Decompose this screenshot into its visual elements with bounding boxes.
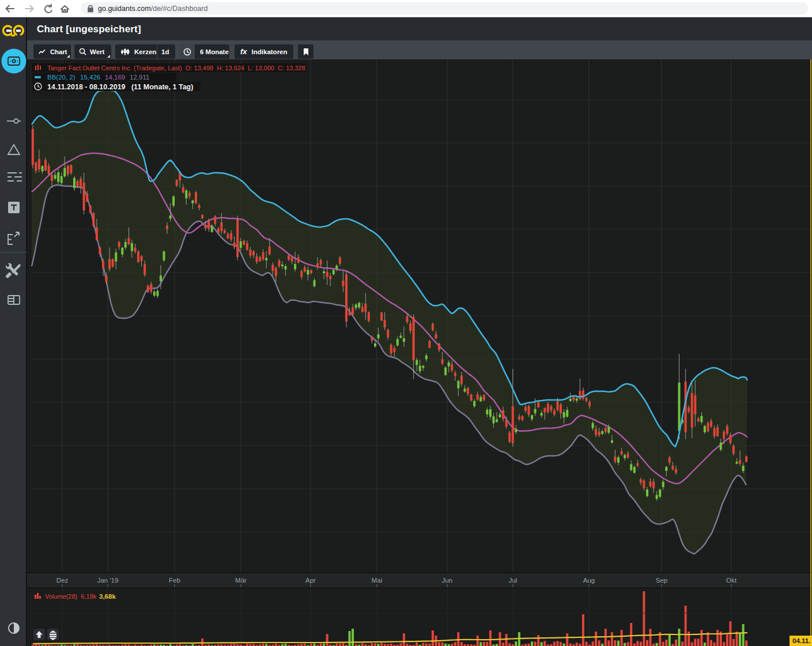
- svg-text:Aug: Aug: [583, 577, 595, 584]
- svg-text:Mär: Mär: [235, 577, 247, 584]
- svg-text:Mai: Mai: [372, 577, 383, 584]
- svg-text:BB(20, 2): BB(20, 2): [47, 74, 75, 81]
- svg-text:Jul: Jul: [509, 577, 518, 584]
- svg-text:3,68k: 3,68k: [99, 593, 116, 600]
- svg-text:Sep: Sep: [656, 577, 667, 584]
- svg-text:Tanger Fact.Outlet Centrs Inc.: Tanger Fact.Outlet Centrs Inc. (Tradegat…: [47, 65, 305, 71]
- svg-text:Jun: Jun: [442, 577, 453, 584]
- svg-text:Okt: Okt: [726, 577, 737, 584]
- svg-text:Jan '19: Jan '19: [97, 577, 119, 584]
- svg-text:15,426: 15,426: [80, 74, 100, 81]
- svg-text:14.11.2018 - 08.10.2019 (11: 14.11.2018 - 08.10.2019 (11 Monate, 1 Ta…: [47, 83, 193, 91]
- svg-text:04.11.: 04.11.: [792, 637, 810, 644]
- svg-text:Apr: Apr: [305, 577, 316, 584]
- svg-text:Dez: Dez: [56, 577, 69, 584]
- svg-text:Feb: Feb: [169, 577, 180, 584]
- svg-text:14,169: 14,169: [105, 74, 125, 81]
- svg-text:Volume(28) 6,18k: Volume(28) 6,18k: [45, 593, 97, 600]
- svg-text:12,911: 12,911: [130, 74, 149, 81]
